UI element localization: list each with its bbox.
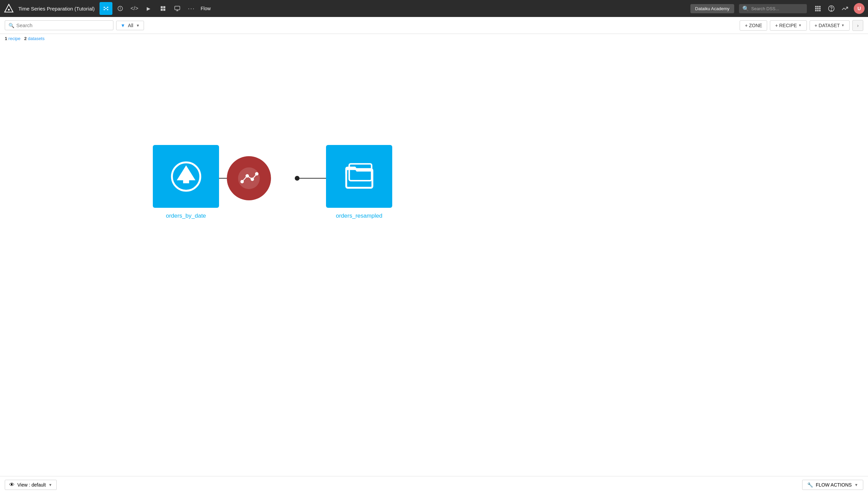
academy-button[interactable]: Dataiku Academy	[690, 4, 734, 13]
flow-canvas: orders_by_date	[0, 43, 868, 475]
nav-lab-icon[interactable]	[114, 2, 127, 15]
summary-row: 1 recipe 2 datasets	[0, 34, 868, 43]
dataset-btn-label: + DATASET	[815, 23, 840, 28]
top-nav: Time Series Preparation (Tutorial) </> ▶…	[0, 0, 868, 17]
svg-point-1	[8, 9, 10, 11]
dataset-btn-caret-icon: ▼	[841, 23, 845, 27]
view-caret-icon: ▼	[49, 483, 52, 487]
svg-rect-3	[163, 6, 165, 8]
dataset-link[interactable]: datasets	[28, 36, 44, 41]
filter-dropdown[interactable]: ▼ All ▼	[116, 21, 144, 30]
recipe-button[interactable]: + RECIPE ▼	[770, 20, 807, 31]
svg-rect-6	[175, 6, 180, 10]
svg-marker-25	[177, 165, 195, 180]
flow-actions-label: FLOW ACTIONS	[816, 482, 852, 488]
eye-icon: 👁	[9, 482, 15, 488]
filter-caret-icon: ▼	[136, 23, 140, 28]
toolbar: 🔍 ▼ All ▼ + ZONE + RECIPE ▼ + DATASET ▼ …	[0, 17, 868, 34]
dataset-count: 2	[24, 36, 26, 41]
filter-label: All	[128, 23, 133, 28]
project-title: Time Series Preparation (Tutorial)	[18, 6, 95, 12]
toolbar-right: + ZONE + RECIPE ▼ + DATASET ▼ ›	[740, 20, 863, 31]
bottom-bar: 👁 View : default ▼ 🔧 FLOW ACTIONS ▼	[0, 476, 868, 493]
node-orders-by-date[interactable]: orders_by_date	[153, 145, 219, 219]
nav-dashboard-icon[interactable]	[171, 2, 184, 15]
svg-rect-12	[815, 8, 817, 9]
dataset-button[interactable]: + DATASET ▼	[810, 20, 850, 31]
nav-flow-label: Flow	[201, 6, 211, 11]
zone-button[interactable]: + ZONE	[740, 20, 767, 31]
orders-by-date-box[interactable]	[153, 145, 219, 208]
help-icon[interactable]	[826, 3, 837, 14]
flow-connections	[0, 43, 868, 475]
orders-resampled-box[interactable]	[326, 145, 392, 208]
svg-rect-9	[815, 6, 817, 7]
node-orders-resampled[interactable]: orders_resampled	[326, 145, 392, 219]
recipe-count: 1	[5, 36, 7, 41]
svg-point-23	[295, 176, 300, 181]
svg-rect-35	[346, 169, 372, 188]
svg-point-19	[831, 10, 832, 11]
svg-rect-14	[819, 8, 820, 9]
flow-actions-caret-icon: ▼	[854, 483, 858, 487]
nav-flow-icon[interactable]	[100, 2, 112, 15]
orders-resampled-label[interactable]: orders_resampled	[336, 213, 382, 219]
svg-rect-5	[163, 9, 165, 11]
filter-icon: ▼	[121, 23, 125, 28]
global-search-box[interactable]: 🔍	[739, 4, 807, 13]
recipe-node[interactable]	[227, 156, 271, 200]
nav-more-icon[interactable]: ···	[185, 2, 198, 15]
svg-rect-26	[183, 179, 189, 183]
search-icon: 🔍	[742, 5, 749, 12]
svg-marker-0	[5, 4, 13, 12]
svg-rect-2	[161, 6, 163, 8]
svg-rect-11	[819, 6, 820, 7]
flow-search-input[interactable]	[16, 22, 110, 28]
global-search-input[interactable]	[751, 6, 803, 11]
flow-search-wrap[interactable]: 🔍	[5, 20, 113, 30]
collapse-button[interactable]: ›	[852, 20, 863, 31]
apps-icon[interactable]	[812, 3, 823, 14]
orders-by-date-label[interactable]: orders_by_date	[166, 213, 206, 219]
svg-rect-4	[161, 9, 163, 11]
nav-code-icon[interactable]: </>	[128, 2, 141, 15]
recipe-link[interactable]: recipe	[8, 36, 20, 41]
svg-rect-36	[349, 164, 372, 180]
wrench-icon: 🔧	[807, 482, 813, 488]
view-label: View : default	[17, 482, 46, 488]
nav-run-icon[interactable]: ▶	[142, 2, 155, 15]
recipe-circle[interactable]	[227, 156, 271, 200]
svg-point-27	[238, 167, 260, 189]
recipe-btn-caret-icon: ▼	[798, 23, 802, 27]
svg-rect-10	[817, 6, 818, 7]
svg-rect-15	[815, 10, 817, 11]
svg-rect-16	[817, 10, 818, 11]
flow-search-icon: 🔍	[8, 23, 14, 28]
svg-rect-17	[819, 10, 820, 11]
flow-actions-button[interactable]: 🔧 FLOW ACTIONS ▼	[802, 480, 863, 490]
view-select[interactable]: 👁 View : default ▼	[5, 480, 57, 490]
nav-deploy-icon[interactable]	[157, 2, 169, 15]
trends-icon[interactable]	[839, 3, 850, 14]
dataiku-logo[interactable]	[3, 3, 14, 14]
svg-rect-13	[817, 8, 818, 9]
user-avatar[interactable]: U	[854, 3, 865, 14]
recipe-btn-label: + RECIPE	[775, 23, 797, 28]
